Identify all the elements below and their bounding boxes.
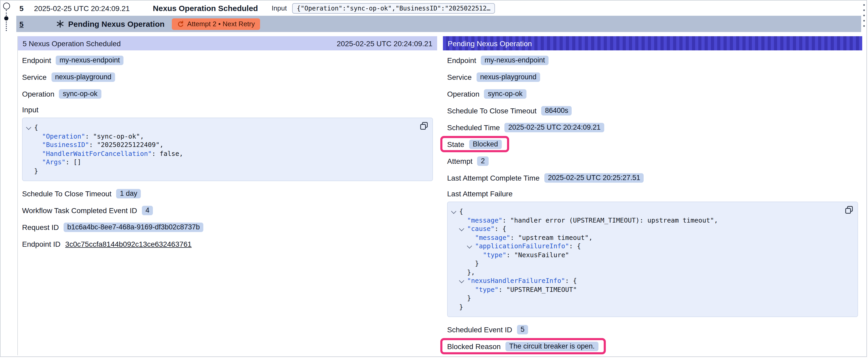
retry-icon bbox=[177, 21, 184, 27]
field-label: Operation bbox=[22, 90, 54, 98]
field-label: State bbox=[447, 140, 464, 148]
field-schedule-to-close-timeout: Schedule To Close Timeout86400s bbox=[447, 105, 572, 116]
panel-body: Endpointmy-nexus-endpointServicenexus-pl… bbox=[443, 51, 862, 354]
panel-header: 5 Nexus Operation Scheduled 2025-02-25 U… bbox=[18, 36, 437, 51]
field-value-chip: sync-op-ok bbox=[59, 89, 101, 98]
field-blocked-reason: Blocked ReasonThe circuit breaker is ope… bbox=[440, 338, 606, 354]
pending-operation-asterisk-icon bbox=[56, 20, 64, 28]
collapse-chevron-icon[interactable] bbox=[459, 226, 464, 231]
collapse-chevron-icon[interactable] bbox=[459, 278, 464, 283]
field-scheduled-time: Scheduled Time2025-02-25 UTC 20:24:09.21 bbox=[447, 122, 604, 132]
pending-operation-title: Pending Nexus Operation bbox=[68, 20, 165, 28]
json-line: { bbox=[26, 123, 418, 132]
field-label: Scheduled Time bbox=[447, 123, 500, 131]
field-value-link[interactable]: 3c0c75ccfa8144b092c13ce632463761 bbox=[65, 240, 191, 248]
retry-badge-label: Attempt 2 • Next Retry bbox=[187, 20, 255, 28]
event-row-nexus-operation-scheduled[interactable]: 5 2025-02-25 UTC 20:24:09.21 Nexus Opera… bbox=[16, 1, 859, 15]
panel-header-timestamp: 2025-02-25 UTC 20:24:09.21 bbox=[337, 39, 432, 47]
json-line: } bbox=[26, 167, 418, 175]
field-value-chip: b1c6a4bc-8ee7-468a-9169-df3b02c8737b bbox=[64, 222, 203, 232]
field-value-chip: my-nexus-endpoint bbox=[481, 55, 549, 65]
input-section-label: Input bbox=[22, 105, 433, 114]
json-line: "nexusHandlerFailureInfo": { bbox=[451, 276, 843, 285]
field-value-chip: my-nexus-endpoint bbox=[56, 55, 124, 65]
json-line: "message": "handler error (UPSTREAM_TIME… bbox=[451, 216, 843, 225]
collapse-chevron-icon[interactable] bbox=[467, 243, 472, 249]
field-label: Attempt bbox=[447, 157, 473, 165]
event-detail-panels: 5 Nexus Operation Scheduled 2025-02-25 U… bbox=[17, 36, 862, 355]
field-endpoint-id: Endpoint ID3c0c75ccfa8144b092c13ce632463… bbox=[22, 239, 191, 249]
field-workflow-task-completed-event-id: Workflow Task Completed Event ID4 bbox=[22, 205, 153, 215]
timeline-dotted-line bbox=[6, 10, 7, 16]
scrollbar[interactable] bbox=[863, 4, 865, 27]
event-id-link[interactable]: 5 bbox=[20, 4, 24, 12]
field-schedule-to-close-timeout: Schedule To Close Timeout1 day bbox=[22, 189, 141, 198]
field-label: Endpoint ID bbox=[22, 240, 60, 248]
input-json-viewer: {"Operation": "sync-op-ok","BusinessID":… bbox=[22, 118, 433, 181]
json-code: {"message": "handler error (UPSTREAM_TIM… bbox=[451, 207, 843, 311]
field-last-attempt-complete-time: Last Attempt Complete Time2025-02-25 UTC… bbox=[447, 173, 644, 183]
copy-icon bbox=[845, 206, 853, 214]
field-label: Schedule To Close Timeout bbox=[447, 106, 536, 115]
field-group: Endpointmy-nexus-endpointServicenexus-pl… bbox=[22, 55, 433, 99]
field-value-chip: 86400s bbox=[541, 106, 572, 115]
collapse-chevron-icon[interactable] bbox=[26, 125, 31, 130]
field-label: Operation bbox=[447, 90, 479, 98]
field-value-chip: 2025-02-25 UTC 20:25:27.51 bbox=[544, 173, 644, 183]
collapse-chevron-icon[interactable] bbox=[451, 209, 456, 214]
json-line: "Args": [] bbox=[26, 158, 418, 167]
copy-icon bbox=[420, 122, 428, 130]
panel-pending-nexus-operation: Pending Nexus Operation Endpointmy-nexus… bbox=[443, 36, 862, 355]
field-label: Last Attempt Complete Time bbox=[447, 173, 539, 182]
input-preview-chip[interactable]: {"Operation":"sync-op-ok","BusinessID":"… bbox=[292, 3, 495, 13]
json-line: "Operation": "sync-op-ok", bbox=[26, 132, 418, 141]
field-value-chip: 1 day bbox=[116, 189, 141, 198]
json-line: "HandlerWaitForCancellation": false, bbox=[26, 149, 418, 158]
last-attempt-failure-label: Last Attempt Failure bbox=[447, 190, 858, 198]
json-line: } bbox=[451, 303, 843, 311]
copy-button[interactable] bbox=[420, 122, 428, 130]
timeline-dot-icon bbox=[4, 16, 8, 21]
panel-header-title: 5 Nexus Operation Scheduled bbox=[23, 39, 121, 47]
field-attempt: Attempt2 bbox=[447, 156, 489, 166]
panel-nexus-operation-scheduled: 5 Nexus Operation Scheduled 2025-02-25 U… bbox=[18, 36, 437, 355]
panel-header: Pending Nexus Operation bbox=[443, 36, 862, 51]
field-value-chip: 2025-02-25 UTC 20:24:09.21 bbox=[505, 123, 604, 132]
field-scheduled-event-id: Scheduled Event ID5 bbox=[447, 324, 528, 334]
timeline-rail bbox=[1, 1, 15, 37]
field-label: Endpoint bbox=[447, 56, 476, 64]
json-line: { bbox=[451, 207, 843, 216]
json-line: } bbox=[451, 294, 843, 303]
field-operation: Operationsync-op-ok bbox=[447, 89, 526, 99]
field-value-chip: 5 bbox=[517, 325, 528, 334]
json-line: "cause": { bbox=[451, 225, 843, 233]
json-line: }, bbox=[451, 268, 843, 276]
field-label: Schedule To Close Timeout bbox=[22, 189, 112, 198]
event-timestamp: 2025-02-25 UTC 20:24:09.21 bbox=[34, 4, 130, 12]
event-id-link[interactable]: 5 bbox=[20, 20, 24, 28]
event-title: Nexus Operation Scheduled bbox=[153, 4, 258, 12]
field-operation: Operationsync-op-ok bbox=[22, 89, 101, 99]
field-value-chip: sync-op-ok bbox=[484, 89, 526, 98]
field-service: Servicenexus-playground bbox=[447, 72, 540, 82]
timeline-circle-icon bbox=[3, 3, 10, 9]
field-endpoint: Endpointmy-nexus-endpoint bbox=[22, 55, 123, 65]
field-value-chip: 4 bbox=[142, 205, 153, 215]
field-request-id: Request IDb1c6a4bc-8ee7-468a-9169-df3b02… bbox=[22, 222, 204, 232]
retry-attempt-badge: Attempt 2 • Next Retry bbox=[172, 18, 260, 30]
viewport: 5 2025-02-25 UTC 20:24:09.21 Nexus Opera… bbox=[0, 0, 868, 358]
field-group: Endpointmy-nexus-endpointServicenexus-pl… bbox=[447, 55, 858, 183]
failure-json-viewer: {"message": "handler error (UPSTREAM_TIM… bbox=[447, 202, 858, 317]
panel-body: Endpointmy-nexus-endpointServicenexus-pl… bbox=[18, 51, 437, 249]
json-line: "type": "NexusFailure" bbox=[451, 251, 843, 259]
field-value-chip: nexus-playground bbox=[476, 72, 540, 82]
field-label: Blocked Reason bbox=[447, 342, 501, 350]
field-label: Service bbox=[22, 73, 46, 81]
json-line: "BusinessID": "20250225122409", bbox=[26, 141, 418, 149]
copy-button[interactable] bbox=[845, 206, 853, 214]
pending-nexus-operation-row[interactable]: 5 Pending Nexus Operation Attempt 2 • Ne… bbox=[16, 16, 861, 32]
timeline-dotted-line bbox=[6, 22, 7, 31]
json-line: "message": "upstream timeout", bbox=[451, 233, 843, 242]
field-value-chip: nexus-playground bbox=[51, 72, 115, 82]
field-value-chip: Blocked bbox=[469, 139, 501, 149]
